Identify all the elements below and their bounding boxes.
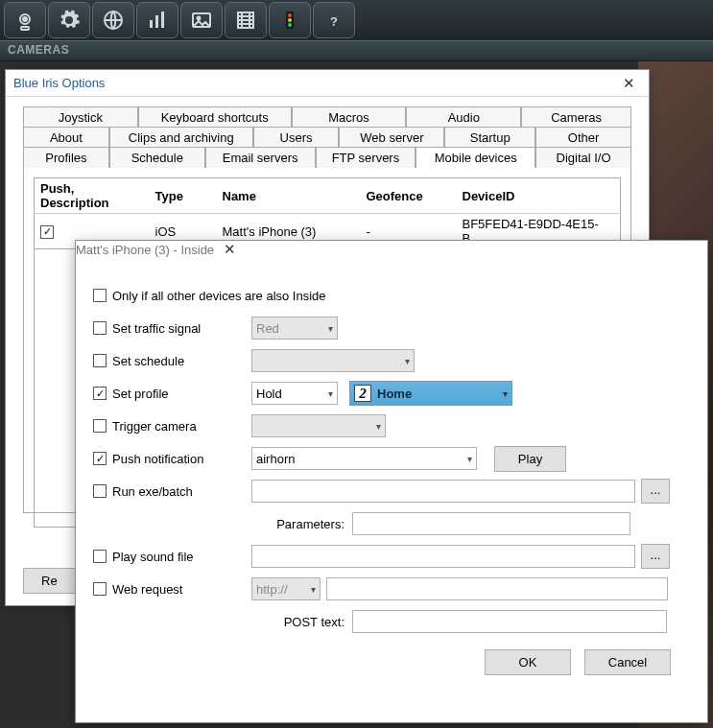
tab-keyboard[interactable]: Keyboard shortcuts (138, 106, 292, 128)
svg-rect-6 (161, 12, 164, 28)
tab-cameras[interactable]: Cameras (521, 106, 631, 128)
tab-audio[interactable]: Audio (406, 106, 521, 128)
tab-ftp[interactable]: FTP servers (316, 147, 416, 168)
devices-table: Push, Description Type Name Geofence Dev… (34, 177, 621, 249)
params-label: Parameters: (251, 517, 352, 531)
set-profile-checkbox[interactable] (93, 387, 107, 400)
scheme-select[interactable]: http://▾ (251, 577, 321, 600)
push-sound-select[interactable]: airhorn▾ (251, 447, 477, 470)
trigger-camera-checkbox[interactable] (93, 419, 107, 433)
th-name[interactable]: Name (217, 178, 361, 214)
push-notif-checkbox[interactable] (93, 452, 107, 465)
tab-clips[interactable]: Clips and archiving (109, 127, 253, 148)
th-type[interactable]: Type (150, 178, 217, 214)
play-sound-checkbox[interactable] (93, 550, 107, 563)
exe-params-input[interactable] (352, 512, 630, 535)
profile-name: Home (377, 387, 412, 401)
film-icon[interactable] (225, 2, 267, 38)
post-text-input[interactable] (352, 610, 667, 633)
profile-number: 2 (354, 385, 371, 402)
help-icon[interactable]: ? (313, 2, 355, 38)
profile-select[interactable]: 2 Home ▾ (349, 381, 512, 406)
chevron-down-icon: ▾ (324, 323, 333, 334)
svg-rect-4 (150, 20, 153, 28)
image-icon[interactable] (180, 2, 223, 38)
tab-profiles[interactable]: Profiles (23, 147, 109, 168)
run-exe-label: Run exe/batch (112, 484, 193, 499)
profile-mode-select[interactable]: Hold▾ (251, 382, 338, 405)
browse-exe-button[interactable]: ... (641, 479, 670, 504)
tab-joystick[interactable]: Joystick (23, 106, 138, 128)
th-deviceid[interactable]: DeviceID (457, 178, 621, 214)
url-input[interactable] (326, 577, 668, 600)
th-push[interactable]: Push, Description (35, 178, 150, 214)
play-sound-label: Play sound file (112, 550, 194, 564)
sub-title: Matt's iPhone (3) - Inside (76, 243, 214, 257)
schedule-select[interactable]: ▾ (251, 349, 415, 372)
chevron-down-icon: ▾ (401, 356, 410, 366)
chevron-down-icon: ▾ (372, 421, 381, 432)
sub-close-icon[interactable]: ✕ (218, 239, 242, 259)
tab-about[interactable]: About (23, 127, 109, 148)
tab-digitalio[interactable]: Digital I/O (535, 147, 631, 168)
chart-icon[interactable] (136, 2, 178, 38)
tab-users[interactable]: Users (253, 127, 340, 148)
svg-point-8 (198, 17, 201, 20)
sound-path-input[interactable] (251, 545, 635, 568)
tab-email[interactable]: Email servers (205, 147, 316, 168)
section-header: CAMERAS (0, 40, 713, 61)
main-toolbar: ? (0, 0, 713, 40)
tab-mobile[interactable]: Mobile devices (416, 147, 535, 168)
only-inside-label: Only if all other devices are also Insid… (112, 289, 326, 303)
chevron-down-icon: ▾ (324, 388, 333, 399)
svg-point-12 (288, 18, 292, 22)
ok-button[interactable]: OK (485, 649, 571, 675)
push-notif-label: Push notification (112, 452, 203, 466)
post-text-label: POST text: (251, 615, 352, 629)
close-icon[interactable]: ✕ (617, 73, 641, 94)
chevron-down-icon: ▾ (463, 454, 472, 464)
camera-icon[interactable] (4, 2, 46, 38)
set-profile-label: Set profile (112, 387, 169, 401)
tab-startup[interactable]: Startup (444, 127, 535, 148)
options-titlebar: Blue Iris Options ✕ (6, 70, 649, 97)
svg-point-13 (288, 23, 292, 27)
set-traffic-label: Set traffic signal (112, 321, 201, 336)
sub-titlebar: Matt's iPhone (3) - Inside ✕ (76, 241, 707, 270)
th-geofence[interactable]: Geofence (361, 178, 457, 214)
play-button[interactable]: Play (494, 446, 566, 472)
geofence-action-dialog: Matt's iPhone (3) - Inside ✕ Only if all… (75, 240, 708, 723)
svg-rect-5 (155, 15, 158, 28)
svg-point-1 (23, 17, 27, 21)
gear-icon[interactable] (48, 2, 90, 38)
set-schedule-label: Set schedule (112, 354, 184, 368)
tab-macros[interactable]: Macros (292, 106, 407, 128)
globe-icon[interactable] (92, 2, 134, 38)
tab-other[interactable]: Other (535, 127, 631, 148)
chevron-down-icon: ▾ (307, 584, 316, 595)
trigger-camera-label: Trigger camera (112, 419, 197, 434)
cancel-button[interactable]: Cancel (584, 649, 671, 675)
traffic-select[interactable]: Red▾ (251, 317, 338, 340)
row-push-checkbox[interactable] (40, 225, 54, 239)
options-button-partial[interactable]: Re (23, 568, 76, 594)
chevron-down-icon: ▾ (499, 388, 508, 399)
tab-schedule[interactable]: Schedule (109, 147, 205, 168)
browse-sound-button[interactable]: ... (641, 544, 670, 569)
svg-point-11 (288, 13, 292, 17)
svg-rect-2 (21, 27, 29, 30)
set-schedule-checkbox[interactable] (93, 354, 107, 367)
traffic-icon[interactable] (269, 2, 311, 38)
exe-path-input[interactable] (251, 480, 635, 503)
run-exe-checkbox[interactable] (93, 484, 107, 498)
only-inside-checkbox[interactable] (93, 289, 107, 302)
options-title: Blue Iris Options (13, 76, 105, 90)
set-traffic-checkbox[interactable] (93, 321, 107, 335)
tab-webserver[interactable]: Web server (339, 127, 444, 148)
web-request-checkbox[interactable] (93, 582, 107, 596)
trigger-camera-select[interactable]: ▾ (251, 414, 386, 437)
web-request-label: Web request (112, 582, 182, 597)
svg-text:?: ? (330, 14, 338, 29)
